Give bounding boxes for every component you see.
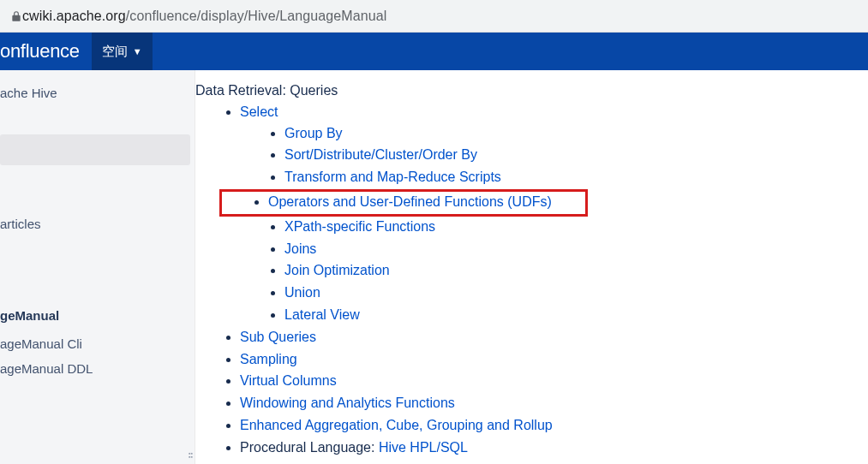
browser-url-bar: cwiki.apache.org/confluence/display/Hive… <box>0 0 868 33</box>
list-item-procedural: Procedural Language: Hive HPL/SQL <box>240 437 851 459</box>
link-sort-distribute-cluster-order-by[interactable]: Sort/Distribute/Cluster/Order By <box>284 147 477 162</box>
sidebar: ache Hive articles geManual ageManual Cl… <box>0 70 195 464</box>
link-group-by[interactable]: Group By <box>284 126 343 140</box>
url-text[interactable]: cwiki.apache.org/confluence/display/Hive… <box>22 9 386 24</box>
body-area: ache Hive articles geManual ageManual Cl… <box>0 70 868 464</box>
link-select[interactable]: Select <box>240 104 278 119</box>
resize-handle-icon[interactable]: ▪▪▪▪ <box>189 452 193 459</box>
sidebar-current-page[interactable]: geManual <box>0 308 195 323</box>
chevron-down-icon: ▼ <box>133 46 142 57</box>
space-menu-label: 空间 <box>102 44 128 60</box>
url-path: /confluence/display/Hive/LanguageManual <box>126 9 387 23</box>
highlight-box: Operators and User-Defined Functions (UD… <box>219 189 588 217</box>
link-hive-hpl-sql[interactable]: Hive HPL/SQL <box>379 440 468 455</box>
sidebar-child-ddl[interactable]: ageManual DDL <box>0 356 195 381</box>
sidebar-child-cli[interactable]: ageManual Cli <box>0 331 195 356</box>
confluence-logo[interactable]: onfluence <box>0 40 92 62</box>
sidebar-space-title[interactable]: ache Hive <box>0 86 195 100</box>
list-item: Lateral View <box>284 305 851 326</box>
confluence-header: onfluence 空间 ▼ <box>0 33 868 70</box>
list-item: Joins <box>284 239 851 260</box>
link-lateral-view[interactable]: Lateral View <box>284 307 360 322</box>
url-domain: cwiki.apache.org <box>22 9 126 23</box>
list-item: Virtual Columns <box>240 371 851 392</box>
list-item: Sampling <box>240 349 851 371</box>
list-item: Sub Queries <box>240 327 851 348</box>
main-content: Data Retrieval: Queries Select Group ByS… <box>195 70 868 464</box>
link-joins[interactable]: Joins <box>284 241 316 256</box>
list-item: Union <box>284 283 851 304</box>
link-xpath-specific-functions[interactable]: XPath-specific Functions <box>284 219 435 234</box>
link-transform-and-map-reduce-scripts[interactable]: Transform and Map-Reduce Scripts <box>284 170 501 184</box>
link-windowing-and-analytics-functions[interactable]: Windowing and Analytics Functions <box>240 396 455 410</box>
link-operators-and-user-defined-functions-udfs[interactable]: Operators and User-Defined Functions (UD… <box>268 194 552 209</box>
space-menu[interactable]: 空间 ▼ <box>92 33 153 70</box>
list-item: XPath-specific Functions <box>284 217 851 238</box>
link-join-optimization[interactable]: Join Optimization <box>284 263 390 277</box>
list-item: Operators and User-Defined Functions (UD… <box>268 192 582 213</box>
link-enhanced-aggregation-cube-grouping-and-rollup[interactable]: Enhanced Aggregation, Cube, Grouping and… <box>240 418 553 432</box>
list-item: Join Optimization <box>284 260 851 282</box>
list-item: Group By <box>284 123 851 145</box>
list-item: Enhanced Aggregation, Cube, Grouping and… <box>240 415 851 437</box>
section-heading: Data Retrieval: Queries Select Group ByS… <box>195 80 851 464</box>
link-sub-queries[interactable]: Sub Queries <box>240 330 316 344</box>
procedural-prefix: Procedural Language: <box>240 440 379 455</box>
list-item: Windowing and Analytics Functions <box>240 393 851 414</box>
lock-icon <box>10 10 22 22</box>
list-item: Sort/Distribute/Cluster/Order By <box>284 145 851 166</box>
sidebar-articles-label[interactable]: articles <box>0 217 195 231</box>
link-sampling[interactable]: Sampling <box>240 352 297 366</box>
link-union[interactable]: Union <box>284 285 320 300</box>
link-virtual-columns[interactable]: Virtual Columns <box>240 373 337 388</box>
list-item: Explain Execution Plan <box>240 460 851 464</box>
sidebar-selected-item[interactable] <box>0 134 190 165</box>
list-item: Select Group BySort/Distribute/Cluster/O… <box>240 102 851 326</box>
list-item: Transform and Map-Reduce Scripts <box>284 167 851 188</box>
